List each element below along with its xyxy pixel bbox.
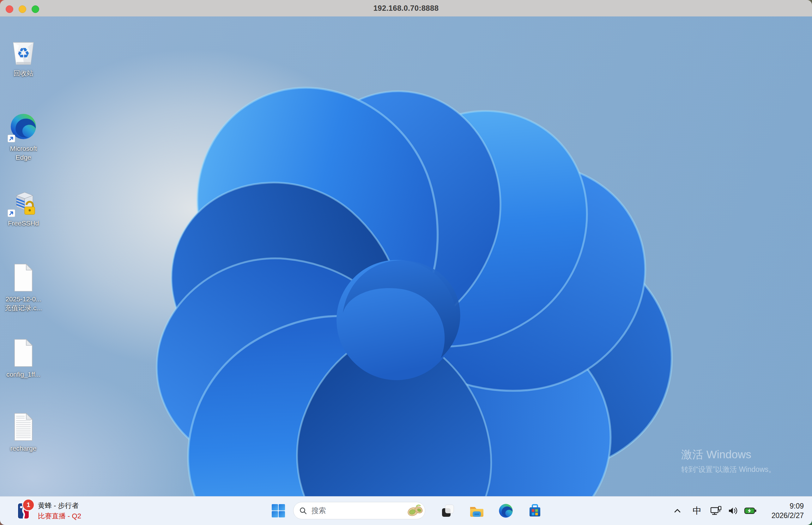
- widget-title: 黄蜂 - 步行者: [38, 501, 81, 510]
- chevron-up-icon: [673, 507, 682, 515]
- watermark-subtitle: 转到“设置”以激活 Windows。: [681, 465, 776, 475]
- file-explorer-icon: [469, 503, 485, 519]
- speaker-icon: [728, 506, 738, 515]
- widget-live-status: 比赛直播 - Q2: [38, 511, 81, 521]
- desktop-icon-config-file[interactable]: config_1ff...: [3, 339, 44, 379]
- document-icon: [12, 263, 35, 292]
- zoom-button[interactable]: [32, 5, 39, 13]
- svg-text:♻: ♻: [17, 45, 30, 61]
- desktop-icon-microsoft-edge[interactable]: Microsoft Edge: [3, 111, 44, 162]
- taskbar-apps: [439, 501, 544, 520]
- search-icon: [299, 507, 307, 515]
- text-document-icon: [12, 412, 35, 441]
- network-button[interactable]: [708, 497, 724, 525]
- start-button[interactable]: [271, 504, 286, 518]
- desktop-icon-recharge-file[interactable]: recharge: [3, 412, 44, 453]
- desktop[interactable]: ♻ 回收站 Microsoft Edge: [0, 16, 812, 497]
- activate-windows-watermark: 激活 Windows 转到“设置”以激活 Windows。: [681, 447, 776, 475]
- document-icon: [12, 339, 35, 368]
- nba-logo-icon: 1: [17, 502, 30, 519]
- ethernet-network-icon: [710, 505, 722, 516]
- tray-overflow-button[interactable]: [671, 497, 684, 525]
- titlebar[interactable]: 192.168.0.70:8888: [0, 0, 812, 17]
- shortcut-arrow-icon: [7, 135, 15, 142]
- microsoft-store-icon: [527, 503, 543, 519]
- label-line-1: 2025-12-0...: [5, 295, 41, 303]
- desktop-icon-label: 2025-12-0...充值记录.c...: [3, 295, 44, 312]
- search-daily-image-pistachios: [406, 504, 423, 518]
- desktop-icon-label: 回收站: [3, 69, 44, 78]
- task-view-button[interactable]: [439, 501, 457, 520]
- desktop-icon-label: FreeSSHd: [3, 219, 44, 228]
- microsoft-store-button[interactable]: [526, 501, 544, 520]
- tray-time: 9:09: [771, 501, 804, 511]
- task-view-icon: [440, 503, 456, 519]
- search-input[interactable]: [311, 506, 406, 515]
- desktop-icon-recycle-bin[interactable]: ♻ 回收站: [3, 36, 44, 78]
- window-title: 192.168.0.70:8888: [373, 4, 439, 13]
- desktop-icon-label: config_1ff...: [3, 370, 44, 379]
- notification-badge: 1: [22, 498, 35, 511]
- desktop-icon-freesshd[interactable]: FreeSSHd: [3, 190, 44, 228]
- recycle-bin-icon: ♻: [8, 36, 38, 66]
- traffic-lights: [6, 5, 39, 13]
- ime-label: 中: [692, 505, 701, 517]
- remote-desktop-window: 192.168.0.70:8888: [0, 0, 812, 525]
- edge-button[interactable]: [497, 501, 515, 520]
- search-box[interactable]: [293, 502, 425, 519]
- volume-button[interactable]: [725, 497, 740, 525]
- watermark-title: 激活 Windows: [681, 447, 776, 462]
- taskbar: 1 黄蜂 - 步行者 比赛直播 - Q2: [0, 496, 812, 525]
- label-line-2: 充值记录.c...: [5, 304, 42, 312]
- close-button[interactable]: [6, 5, 13, 13]
- file-explorer-button[interactable]: [468, 501, 486, 520]
- clock[interactable]: 9:09 2026/2/27: [771, 501, 804, 520]
- tray-date: 2026/2/27: [771, 511, 804, 520]
- windows-bloom-wallpaper: [0, 16, 812, 497]
- ime-indicator[interactable]: 中: [690, 497, 704, 525]
- desktop-icon-label: recharge: [3, 444, 44, 453]
- minimize-button[interactable]: [19, 5, 26, 13]
- edge-icon: [498, 502, 514, 519]
- desktop-icon-label: Microsoft Edge: [6, 144, 41, 162]
- shortcut-arrow-icon: [7, 209, 15, 217]
- windows-logo-icon: [271, 504, 285, 518]
- battery-button[interactable]: [742, 497, 759, 525]
- widgets-button[interactable]: 1 黄蜂 - 步行者 比赛直播 - Q2: [14, 500, 84, 522]
- desktop-icon-csv-file[interactable]: 2025-12-0...充值记录.c...: [3, 263, 44, 312]
- battery-charging-icon: [744, 506, 757, 515]
